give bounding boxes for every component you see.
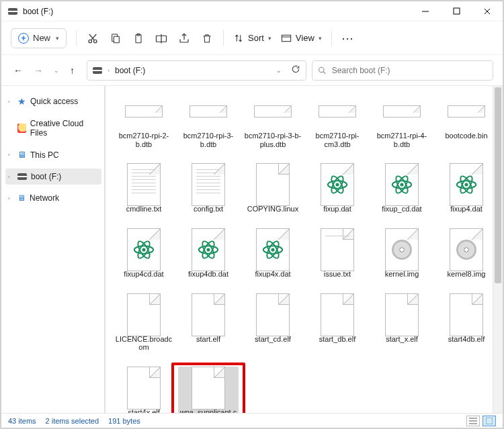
file-item[interactable]: start.elf bbox=[178, 293, 239, 354]
vertical-scrollbar[interactable] bbox=[493, 86, 503, 413]
delete-icon[interactable] bbox=[200, 32, 214, 45]
file-item[interactable]: fixup_cd.dat bbox=[372, 163, 432, 216]
svg-rect-13 bbox=[282, 35, 290, 41]
file-item[interactable]: wpa_supplicant.conf bbox=[178, 367, 239, 413]
file-thumbnail bbox=[319, 93, 356, 130]
file-item[interactable]: start4x.elf bbox=[114, 367, 174, 413]
file-name: bcm2710-rpi-3-b-plus.dtb bbox=[244, 132, 302, 148]
file-item[interactable]: kernel8.img bbox=[436, 228, 497, 281]
file-item[interactable]: issue.txt bbox=[307, 228, 368, 281]
recent-locations-button[interactable]: ⌄ bbox=[54, 67, 59, 74]
nav-arrows: ← → ⌄ ↑ bbox=[13, 65, 75, 76]
file-item[interactable]: start_cd.elf bbox=[243, 293, 303, 354]
scrollbar-thumb[interactable] bbox=[495, 87, 501, 283]
file-item[interactable]: COPYING.linux bbox=[243, 163, 303, 216]
copy-icon[interactable] bbox=[109, 32, 122, 45]
search-bar[interactable] bbox=[312, 60, 493, 81]
up-button[interactable]: ↑ bbox=[70, 65, 75, 76]
sidebar-item-label: Creative Cloud Files bbox=[30, 119, 99, 138]
svg-line-16 bbox=[323, 71, 325, 73]
file-item[interactable]: bootcode.bin bbox=[436, 90, 497, 151]
file-item[interactable]: kernel.img bbox=[372, 228, 432, 281]
star-icon: ★ bbox=[17, 96, 26, 107]
toolbar: + New ▾ Sort ▾ View ▾ ⋯ bbox=[1, 21, 503, 55]
network-icon: 🖥 bbox=[17, 193, 26, 203]
file-name: bcm2710-rpi-3-b.dtb bbox=[179, 132, 237, 148]
file-thumbnail bbox=[383, 93, 421, 130]
breadcrumb-folder[interactable]: boot (F:) bbox=[115, 66, 145, 75]
file-item[interactable]: bcm2711-rpi-4-b.dtb bbox=[372, 90, 432, 151]
window-controls bbox=[410, 1, 503, 21]
file-thumbnail bbox=[125, 369, 163, 407]
view-button[interactable]: View ▾ bbox=[281, 33, 322, 43]
new-button[interactable]: + New ▾ bbox=[11, 28, 67, 48]
window-title: boot (F:) bbox=[23, 7, 410, 16]
file-item[interactable]: fixup4.dat bbox=[436, 163, 497, 216]
sidebar-item-creative-cloud[interactable]: Creative Cloud Files bbox=[5, 115, 101, 141]
svg-point-15 bbox=[319, 67, 324, 72]
file-item[interactable]: start4db.elf bbox=[436, 293, 497, 354]
file-item[interactable]: bcm2710-rpi-2-b.dtb bbox=[114, 90, 174, 151]
minimize-button[interactable] bbox=[410, 1, 441, 21]
address-dropdown-button[interactable]: ⌄ bbox=[276, 67, 282, 74]
file-item[interactable]: fixup.dat bbox=[307, 163, 368, 216]
sidebar-item-boot-drive[interactable]: › boot (F:) bbox=[5, 169, 101, 185]
large-icons-view-button[interactable] bbox=[482, 416, 496, 426]
separator bbox=[331, 30, 332, 46]
refresh-button[interactable] bbox=[291, 64, 300, 76]
drive-icon bbox=[8, 8, 17, 15]
forward-button[interactable]: → bbox=[34, 65, 43, 76]
svg-rect-1 bbox=[454, 8, 460, 14]
sort-label: Sort bbox=[248, 33, 264, 43]
details-view-button[interactable] bbox=[466, 416, 480, 426]
item-count: 43 items bbox=[8, 417, 36, 425]
sidebar-item-quick-access[interactable]: › ★ Quick access bbox=[5, 93, 101, 110]
view-toggle bbox=[466, 416, 496, 426]
file-item[interactable]: LICENCE.broadcom bbox=[114, 293, 174, 354]
chevron-down-icon: ▾ bbox=[319, 35, 322, 42]
file-item[interactable]: bcm2710-rpi-3-b-plus.dtb bbox=[243, 90, 303, 151]
file-item[interactable]: bcm2710-rpi-cm3.dtb bbox=[307, 90, 368, 151]
file-thumbnail bbox=[448, 166, 485, 203]
file-thumbnail bbox=[125, 166, 163, 203]
file-item[interactable]: config.txt bbox=[178, 163, 239, 216]
file-item[interactable]: start_db.elf bbox=[307, 293, 368, 354]
drive-icon bbox=[93, 67, 102, 74]
close-button[interactable] bbox=[472, 1, 503, 21]
file-item[interactable]: start_x.elf bbox=[372, 293, 432, 354]
monitor-icon: 🖥 bbox=[17, 150, 26, 160]
chevron-down-icon: ▾ bbox=[56, 35, 59, 42]
chevron-right-icon: › bbox=[8, 152, 13, 158]
more-button[interactable]: ⋯ bbox=[341, 31, 355, 46]
chevron-down-icon: ▾ bbox=[268, 35, 271, 42]
file-name: bootcode.bin bbox=[446, 132, 488, 140]
cut-icon[interactable] bbox=[86, 32, 99, 45]
search-input[interactable] bbox=[332, 66, 487, 75]
file-thumbnail bbox=[190, 93, 227, 130]
file-item[interactable]: fixup4x.dat bbox=[243, 228, 303, 281]
file-item[interactable]: cmdline.txt bbox=[114, 163, 174, 216]
file-item[interactable]: fixup4cd.dat bbox=[114, 228, 174, 281]
file-thumbnail bbox=[448, 231, 485, 269]
file-thumbnail bbox=[125, 93, 163, 130]
sidebar-item-network[interactable]: › 🖥 Network bbox=[5, 190, 101, 206]
selection-size: 191 bytes bbox=[108, 417, 140, 425]
chevron-right-icon: › bbox=[8, 174, 13, 180]
file-item[interactable]: bcm2710-rpi-3-b.dtb bbox=[178, 90, 239, 151]
paste-icon[interactable] bbox=[132, 32, 145, 45]
statusbar: 43 items 2 items selected 191 bytes bbox=[1, 413, 503, 428]
address-bar[interactable]: › boot (F:) ⌄ bbox=[87, 60, 306, 81]
sidebar-item-label: boot (F:) bbox=[31, 172, 61, 181]
rename-icon[interactable] bbox=[155, 32, 168, 45]
titlebar: boot (F:) bbox=[1, 1, 503, 21]
svg-rect-20 bbox=[486, 418, 493, 424]
file-thumbnail bbox=[254, 93, 292, 130]
sidebar-item-this-pc[interactable]: › 🖥 This PC bbox=[5, 146, 101, 163]
chevron-right-icon: › bbox=[8, 99, 13, 105]
separator bbox=[223, 30, 224, 46]
share-icon[interactable] bbox=[177, 32, 191, 45]
maximize-button[interactable] bbox=[441, 1, 472, 21]
file-item[interactable]: fixup4db.dat bbox=[178, 228, 239, 281]
sort-button[interactable]: Sort ▾ bbox=[233, 33, 271, 44]
back-button[interactable]: ← bbox=[13, 65, 23, 76]
